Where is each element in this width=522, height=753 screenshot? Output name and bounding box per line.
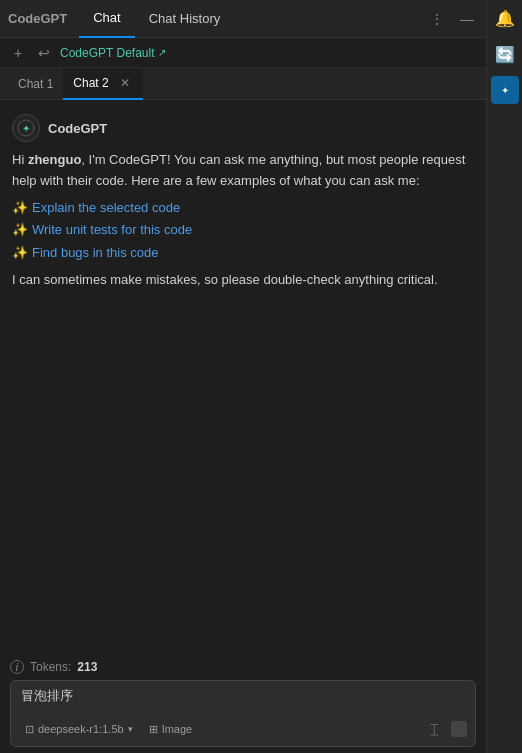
input-container: ⊡ deepseek-r1:1.5b ▾ ⊞ Image ⌶ [10,680,476,747]
bot-header: ✦ CodeGPT [12,114,474,142]
minimize-icon[interactable]: — [456,9,478,29]
model-selector-button[interactable]: ⊡ deepseek-r1:1.5b ▾ [21,721,137,738]
greeting-text: Hi zhenguo, I'm CodeGPT! You can ask me … [12,150,474,192]
suggestion-link-3[interactable]: Find bugs in this code [32,243,158,264]
tab-nav: Chat Chat History [79,0,426,38]
tab-chat-history[interactable]: Chat History [135,0,235,38]
model-link[interactable]: CodeGPT Default ↗ [60,46,166,60]
list-item: ✨ Find bugs in this code [12,243,474,264]
model-arrow-icon: ↗ [158,47,166,58]
list-item: ✨ Explain the selected code [12,198,474,219]
cursor-icon: ⌶ [423,718,445,740]
tab-chat-label: Chat [93,10,120,25]
suggestion-link-1[interactable]: Explain the selected code [32,198,180,219]
footer-text: I can sometimes make mistakes, so please… [12,270,474,291]
codegpt-icon[interactable]: ✦ [491,76,519,104]
more-options-icon[interactable]: ⋮ [426,9,448,29]
suggestion-list: ✨ Explain the selected code ✨ Write unit… [12,198,474,264]
tokens-label: Tokens: [30,660,71,674]
sparkle-icon-3: ✨ [12,243,28,264]
suggestion-link-2[interactable]: Write unit tests for this code [32,220,192,241]
tokens-count: 213 [77,660,97,674]
model-name: CodeGPT Default [60,46,155,60]
sparkle-icon-1: ✨ [12,198,28,219]
chat-content: ✦ CodeGPT Hi zhenguo, I'm CodeGPT! You c… [0,100,486,654]
input-toolbar: ⊡ deepseek-r1:1.5b ▾ ⊞ Image ⌶ [21,718,467,740]
svg-text:✦: ✦ [22,123,30,134]
avatar: ✦ [12,114,40,142]
chat-tabs: Chat 1 Chat 2 ✕ [0,68,486,100]
message-body: Hi zhenguo, I'm CodeGPT! You can ask me … [12,150,474,291]
model-icon: ⊡ [25,723,34,736]
title-bar-actions: ⋮ — [426,9,478,29]
image-label: Image [162,723,193,735]
chat-tab-1-label: Chat 1 [18,77,53,91]
sidebar-right: 🔔 🔄 ✦ [486,0,522,753]
app-name: CodeGPT [8,11,67,26]
tab-chat-history-label: Chat History [149,11,221,26]
stop-button[interactable] [451,721,467,737]
tokens-info-icon[interactable]: i [10,660,24,674]
close-tab-2-icon[interactable]: ✕ [117,75,133,91]
main-panel: CodeGPT Chat Chat History ⋮ — + ↩ CodeGP… [0,0,486,753]
image-button[interactable]: ⊞ Image [145,721,197,738]
input-actions: ⌶ [423,718,467,740]
notifications-icon[interactable]: 🔔 [491,4,519,32]
bot-name: CodeGPT [48,121,107,136]
tokens-row: i Tokens: 213 [10,660,476,674]
svg-text:✦: ✦ [501,85,509,96]
list-item: ✨ Write unit tests for this code [12,220,474,241]
chat-tab-2-label: Chat 2 [73,76,108,90]
refresh-icon[interactable]: 🔄 [491,40,519,68]
username: zhenguo [28,152,81,167]
title-bar: CodeGPT Chat Chat History ⋮ — [0,0,486,38]
new-chat-button[interactable]: + [8,43,28,63]
tab-chat[interactable]: Chat [79,0,134,38]
model-selector-label: deepseek-r1:1.5b [38,723,124,735]
image-icon: ⊞ [149,723,158,736]
chat-tab-1[interactable]: Chat 1 [8,68,63,100]
toolbar: + ↩ CodeGPT Default ↗ [0,38,486,68]
chat-input[interactable] [21,687,467,709]
back-button[interactable]: ↩ [34,43,54,63]
sparkle-icon-2: ✨ [12,220,28,241]
chevron-down-icon: ▾ [128,724,133,734]
chat-tab-2[interactable]: Chat 2 ✕ [63,68,142,100]
bottom-area: i Tokens: 213 ⊡ deepseek-r1:1.5b ▾ ⊞ Ima… [0,654,486,753]
